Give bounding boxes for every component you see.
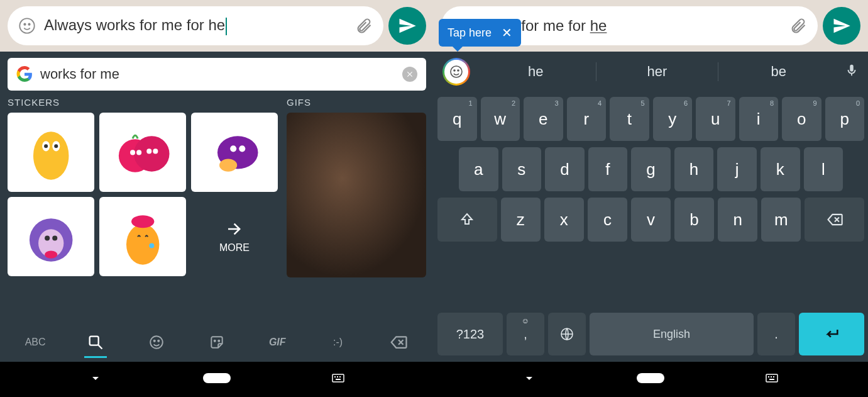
send-button[interactable] <box>823 7 860 45</box>
svg-point-32 <box>451 66 462 77</box>
tab-emoji[interactable] <box>138 323 175 362</box>
attach-icon[interactable] <box>789 16 808 35</box>
key-comma[interactable]: ☺, <box>507 313 544 355</box>
tab-abc[interactable]: ABC <box>16 323 54 362</box>
message-text: works for me for he <box>478 17 781 35</box>
svg-rect-39 <box>337 376 338 377</box>
suggestion-row: Tap here ✕ he her be <box>434 52 868 92</box>
sticker-thumb[interactable] <box>99 113 186 192</box>
key-b[interactable]: b <box>674 198 714 242</box>
nav-back-icon[interactable] <box>88 371 103 388</box>
chat-input-bar: Always works for me for he <box>0 0 434 52</box>
key-language[interactable] <box>548 313 586 355</box>
svg-point-34 <box>458 70 459 71</box>
svg-rect-38 <box>334 376 336 377</box>
key-q[interactable]: q1 <box>437 97 477 141</box>
key-j[interactable]: j <box>717 147 757 191</box>
key-d[interactable]: d <box>545 147 585 191</box>
key-e[interactable]: e3 <box>524 97 563 141</box>
key-m[interactable]: m <box>761 198 801 242</box>
key-c[interactable]: c <box>588 198 627 242</box>
svg-rect-43 <box>766 374 777 382</box>
attach-icon[interactable] <box>354 16 373 35</box>
key-y[interactable]: y6 <box>653 97 693 141</box>
key-row-3: z x c v b n m <box>437 198 864 242</box>
mic-icon[interactable] <box>839 64 864 80</box>
suggestion-word[interactable]: be <box>718 64 839 80</box>
svg-point-20 <box>45 235 50 240</box>
key-t[interactable]: t5 <box>610 97 649 141</box>
suggestion-emoji-button[interactable] <box>442 58 470 86</box>
phone-right: works for me for he Tap here ✕ he her be <box>434 0 868 397</box>
key-row-1: q1 w2 e3 r4 t5 y6 u7 i8 o9 p0 <box>437 97 864 141</box>
key-u[interactable]: u7 <box>696 97 735 141</box>
key-backspace[interactable] <box>805 198 864 242</box>
key-f[interactable]: f <box>588 147 628 191</box>
keyboard-panel-right: Tap here ✕ he her be q1 w2 e3 r4 t5 y6 <box>434 52 868 362</box>
svg-rect-36 <box>203 373 231 383</box>
svg-point-17 <box>219 159 237 171</box>
key-h[interactable]: h <box>674 147 714 191</box>
gif-search-input[interactable]: works for me <box>8 58 426 91</box>
sticker-thumb[interactable] <box>8 197 94 276</box>
nav-home-icon[interactable] <box>637 373 664 386</box>
gif-thumb[interactable] <box>287 113 426 277</box>
key-space[interactable]: English <box>590 313 754 355</box>
key-p[interactable]: p0 <box>825 97 865 141</box>
key-s[interactable]: s <box>502 147 542 191</box>
phone-left: Always works for me for he works for me … <box>0 0 434 397</box>
key-k[interactable]: k <box>761 147 800 191</box>
svg-rect-45 <box>771 376 772 377</box>
message-input[interactable]: Always works for me for he <box>8 6 383 45</box>
emoji-icon[interactable] <box>18 16 36 35</box>
key-period[interactable]: . <box>757 313 795 355</box>
key-enter[interactable] <box>799 313 864 355</box>
tooltip-tap-here[interactable]: Tap here ✕ <box>439 19 521 47</box>
svg-point-30 <box>214 340 216 342</box>
clear-search-button[interactable] <box>402 67 417 82</box>
key-o[interactable]: o9 <box>782 97 821 141</box>
key-shift[interactable] <box>437 198 497 242</box>
suggestion-word[interactable]: he <box>475 64 596 80</box>
gifs-label: GIFS <box>287 97 426 108</box>
svg-rect-47 <box>769 379 774 380</box>
nav-keyboard-icon[interactable] <box>331 371 346 388</box>
svg-rect-41 <box>336 379 341 380</box>
stickers-label: STICKERS <box>8 97 278 108</box>
key-n[interactable]: n <box>718 198 757 242</box>
key-v[interactable]: v <box>631 198 671 242</box>
svg-point-22 <box>45 250 57 258</box>
send-button[interactable] <box>388 7 426 45</box>
suggestion-word[interactable]: her <box>596 64 717 80</box>
close-icon[interactable]: ✕ <box>502 25 512 40</box>
key-x[interactable]: x <box>544 198 584 242</box>
key-l[interactable]: l <box>804 147 843 191</box>
more-stickers-button[interactable]: MORE <box>191 197 278 276</box>
google-logo-icon <box>16 66 33 82</box>
nav-home-icon[interactable] <box>203 373 231 386</box>
svg-point-6 <box>44 144 48 148</box>
svg-point-1 <box>24 24 25 25</box>
key-r[interactable]: r4 <box>567 97 607 141</box>
message-text: Always works for me for he <box>44 16 347 35</box>
tab-search[interactable] <box>77 323 114 362</box>
svg-point-11 <box>136 150 141 155</box>
key-i[interactable]: i8 <box>739 97 779 141</box>
backspace-icon[interactable] <box>380 323 417 362</box>
key-g[interactable]: g <box>631 147 671 191</box>
key-z[interactable]: z <box>501 198 541 242</box>
key-a[interactable]: a <box>459 147 498 191</box>
sticker-thumb[interactable] <box>8 113 94 192</box>
nav-keyboard-icon[interactable] <box>764 371 779 388</box>
tab-emoticon[interactable]: :-) <box>319 323 357 362</box>
svg-point-16 <box>239 145 245 152</box>
sticker-thumb[interactable] <box>99 197 186 276</box>
nav-back-icon[interactable] <box>522 371 537 388</box>
key-numbers[interactable]: ?123 <box>437 313 503 355</box>
tab-sticker[interactable] <box>198 323 236 362</box>
sticker-thumb[interactable] <box>191 113 278 192</box>
svg-point-28 <box>153 340 155 342</box>
svg-point-31 <box>218 340 219 342</box>
tab-gif[interactable]: GIF <box>258 323 296 362</box>
key-w[interactable]: w2 <box>481 97 520 141</box>
